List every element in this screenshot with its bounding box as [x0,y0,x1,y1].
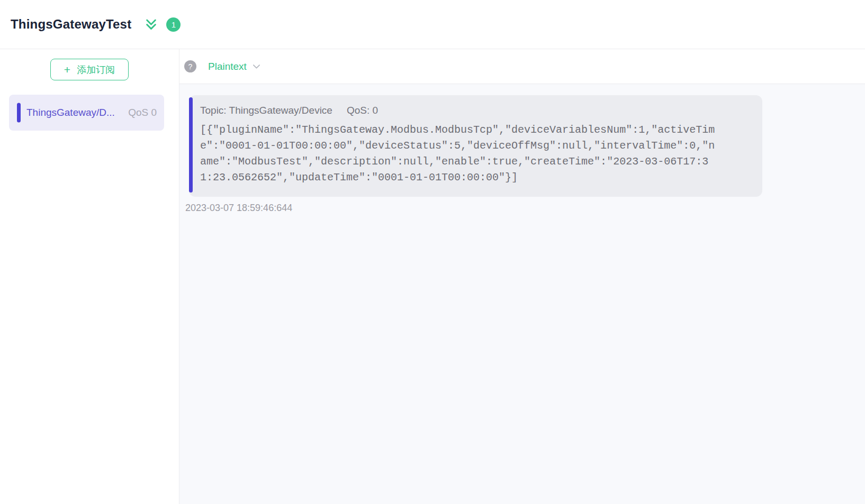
message-topic: Topic: ThingsGateway/Device [200,104,332,117]
connection-header: ThingsGatewayTest 1 [0,0,865,49]
received-message-card[interactable]: Topic: ThingsGateway/Device QoS: 0 [{"pl… [189,95,762,197]
mqtt-client-window: ThingsGatewayTest 1 + 添加订阅 ThingsGateway… [0,0,865,504]
message-toolbar: ? Plaintext [179,49,865,84]
subscriptions-sidebar: + 添加订阅 ThingsGateway/D... QoS 0 [0,49,179,504]
connection-title: ThingsGatewayTest [11,17,131,32]
message-accent-bar [189,97,193,193]
subscription-list-item[interactable]: ThingsGateway/D... QoS 0 [9,95,164,131]
add-subscription-label: 添加订阅 [77,63,115,76]
plus-icon: + [64,64,70,75]
unread-count-badge: 1 [166,17,181,32]
add-subscription-button[interactable]: + 添加订阅 [50,59,129,80]
subscription-qos: QoS 0 [128,107,157,118]
message-meta-row: Topic: ThingsGateway/Device QoS: 0 [200,104,750,117]
payload-format-dropdown[interactable]: Plaintext [208,61,262,72]
message-qos: QoS: 0 [347,104,378,117]
body-split: + 添加订阅 ThingsGateway/D... QoS 0 ? Plaint… [0,49,865,504]
chevron-down-icon [251,61,262,71]
message-list: Topic: ThingsGateway/Device QoS: 0 [{"pl… [179,84,865,504]
message-payload: [{"pluginName":"ThingsGateway.Modbus.Mod… [200,122,720,186]
payload-format-value: Plaintext [208,61,247,72]
subscription-topic: ThingsGateway/D... [26,107,128,118]
message-panel: ? Plaintext Topic: ThingsGateway/Device … [179,49,865,504]
double-chevron-down-icon[interactable] [144,17,158,32]
help-icon[interactable]: ? [184,60,196,72]
message-timestamp: 2023-03-07 18:59:46:644 [185,203,865,214]
active-indicator-bar [17,103,21,123]
